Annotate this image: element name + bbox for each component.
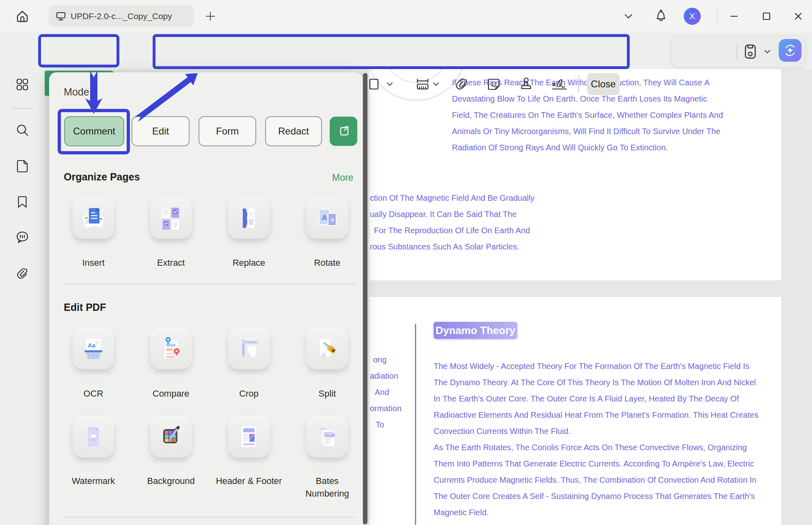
external-link-icon: [337, 124, 350, 138]
paperclip-icon: [15, 266, 30, 281]
signature-icon: [551, 76, 568, 92]
stamp-icon: [518, 76, 534, 92]
new-tab-button[interactable]: [201, 7, 219, 25]
minimize-icon: [730, 12, 739, 21]
bates-numbering-icon: 000123: [314, 424, 340, 450]
home-button[interactable]: [15, 9, 30, 24]
sticker-icon: [486, 76, 502, 92]
grid-icon: [15, 77, 30, 92]
extract-pages-icon: [158, 205, 184, 231]
tool-bates-numbering[interactable]: 000123: [307, 416, 348, 458]
insert-pages-icon: [80, 205, 106, 231]
compare-icon: [158, 336, 184, 362]
replace-pages-icon: [236, 205, 262, 231]
svg-text:Aa: Aa: [88, 342, 96, 349]
avatar-initial: X: [689, 11, 695, 21]
paperclip-icon: [454, 76, 470, 92]
tool-rotate[interactable]: A >: [307, 197, 348, 239]
text-line: And: [370, 384, 402, 400]
svg-text:000123: 000123: [326, 434, 335, 436]
tool-replace-label: Replace: [216, 256, 282, 269]
close-icon: [794, 12, 803, 21]
rectangle-icon: [366, 76, 382, 92]
stamp-tool[interactable]: [518, 76, 534, 92]
crop-icon: [236, 336, 262, 362]
tool-background[interactable]: [150, 416, 192, 458]
tool-split[interactable]: [307, 328, 348, 369]
section-heading-badge: Dynamo Theory: [434, 322, 517, 339]
sticker-tool[interactable]: [486, 76, 502, 92]
paragraph-dynamo: The Most Widely - Accepted Theory For Th…: [434, 358, 758, 521]
chevron-down-icon: [624, 13, 633, 19]
ai-assistant-button[interactable]: [779, 39, 801, 62]
mode-edit-label: Edit: [152, 126, 169, 137]
text-line: For The Reproduction Of Life On Earth An…: [370, 222, 534, 239]
sidebar-item-pages[interactable]: [15, 159, 30, 174]
text-line: Them Into Patterns That Generate Electri…: [434, 456, 758, 472]
mode-edit-button[interactable]: Edit: [132, 116, 190, 146]
panel-divider: [64, 284, 356, 284]
bookmark-icon: [15, 195, 30, 209]
comment-icon: [15, 230, 30, 244]
tool-ocr[interactable]: Aa: [73, 328, 114, 369]
sidebar-item-bookmarks[interactable]: [15, 195, 30, 209]
mode-section-label: Mode: [64, 86, 89, 98]
shape-tool-dropdown[interactable]: [387, 82, 393, 86]
organize-pages-title: Organize Pages: [64, 171, 140, 183]
mode-redact-button[interactable]: Redact: [265, 116, 322, 146]
measure-tool[interactable]: [415, 76, 431, 92]
tool-split-label: Split: [294, 387, 361, 400]
close-label: Close: [591, 78, 615, 90]
tool-crop-label: Crop: [216, 387, 282, 400]
mode-form-button[interactable]: Form: [199, 116, 256, 146]
text-line: The Most Widely - Accepted Theory For Th…: [434, 358, 758, 374]
sidebar-divider: [12, 108, 32, 109]
text-line: Magnetic Field.: [434, 504, 758, 521]
close-mode-button[interactable]: Close: [587, 73, 620, 95]
svg-text:A: A: [322, 213, 327, 222]
sidebar-item-comments[interactable]: [15, 230, 30, 244]
sidebar-item-attachments[interactable]: [15, 266, 30, 281]
tabs-dropdown-button[interactable]: [620, 7, 637, 25]
panel-scrollbar[interactable]: [363, 73, 367, 524]
shape-tool[interactable]: [366, 76, 382, 92]
ocr-icon: Aa: [80, 336, 106, 362]
save-button[interactable]: [742, 43, 758, 60]
tool-header-footer[interactable]: [228, 416, 270, 458]
document-tab[interactable]: UPDF-2.0-c..._Copy_Copy: [49, 5, 194, 27]
open-in-new-button[interactable]: [330, 117, 357, 146]
mode-comment-button[interactable]: Comment: [64, 116, 124, 146]
avatar[interactable]: X: [684, 8, 701, 25]
watermark-icon: [80, 424, 106, 450]
save-dropdown[interactable]: [764, 50, 771, 54]
notifications-button[interactable]: [652, 7, 670, 24]
tool-ocr-label: OCR: [60, 387, 127, 400]
sidebar-item-thumbnails[interactable]: [15, 77, 30, 92]
quickbar-divider: [736, 43, 737, 60]
updf-app: { "window": { "tab_title": "UPDF-2.0-c..…: [0, 0, 812, 525]
mode-comment-label: Comment: [73, 126, 115, 137]
tool-watermark[interactable]: [73, 416, 114, 458]
text-line: ually Disappear. It Can Be Said That The: [370, 206, 534, 222]
close-window-button[interactable]: [789, 7, 807, 25]
split-icon: [314, 336, 340, 362]
tool-compare[interactable]: [150, 328, 192, 369]
tool-bates-numbering-label: Bates Numbering: [294, 475, 361, 500]
tool-replace[interactable]: [228, 197, 270, 239]
text-line: ction Of The Magnetic Field And Be Gradu…: [370, 190, 534, 206]
panel-divider: [64, 517, 356, 518]
maximize-button[interactable]: [758, 7, 775, 25]
tool-insert-label: Insert: [60, 256, 127, 269]
attachment-tool[interactable]: [454, 76, 470, 92]
tool-crop[interactable]: [228, 328, 270, 369]
minimize-button[interactable]: [725, 7, 743, 25]
sidebar-item-search[interactable]: [15, 123, 30, 138]
tool-header-footer-label: Header & Footer: [216, 475, 282, 487]
tool-compare-label: Compare: [138, 387, 204, 400]
tool-insert[interactable]: [73, 197, 114, 239]
organize-more-link[interactable]: More: [332, 172, 353, 183]
measure-tool-dropdown[interactable]: [433, 82, 439, 86]
signature-tool[interactable]: [551, 76, 567, 92]
tool-extract[interactable]: [150, 197, 192, 239]
save-icon: [742, 43, 758, 60]
